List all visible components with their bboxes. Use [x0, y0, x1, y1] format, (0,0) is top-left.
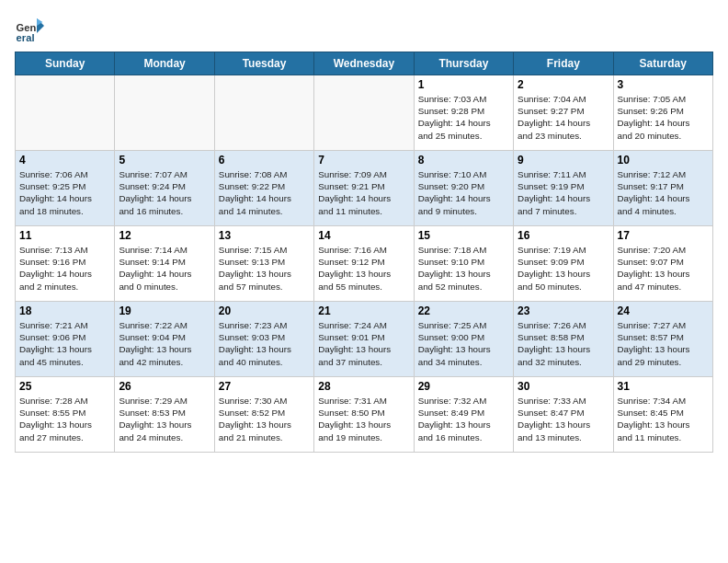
- calendar-cell: 8Sunrise: 7:10 AM Sunset: 9:20 PM Daylig…: [414, 151, 513, 226]
- calendar-header: SundayMondayTuesdayWednesdayThursdayFrid…: [16, 52, 713, 75]
- day-info: Sunrise: 7:30 AM Sunset: 8:52 PM Dayligh…: [219, 395, 310, 443]
- calendar-cell: 20Sunrise: 7:23 AM Sunset: 9:03 PM Dayli…: [214, 302, 313, 377]
- calendar-cell: 10Sunrise: 7:12 AM Sunset: 9:17 PM Dayli…: [613, 151, 712, 226]
- day-number: 4: [19, 154, 110, 167]
- day-number: 8: [418, 154, 509, 167]
- calendar-table: SundayMondayTuesdayWednesdayThursdayFrid…: [15, 52, 713, 453]
- calendar-cell: [115, 75, 214, 151]
- day-number: 7: [318, 154, 409, 167]
- calendar-cell: 30Sunrise: 7:33 AM Sunset: 8:47 PM Dayli…: [514, 377, 613, 453]
- day-info: Sunrise: 7:03 AM Sunset: 9:28 PM Dayligh…: [418, 93, 509, 142]
- day-number: 16: [518, 229, 609, 242]
- day-info: Sunrise: 7:19 AM Sunset: 9:09 PM Dayligh…: [518, 244, 609, 293]
- day-info: Sunrise: 7:18 AM Sunset: 9:10 PM Dayligh…: [418, 244, 509, 293]
- calendar-cell: 3Sunrise: 7:05 AM Sunset: 9:26 PM Daylig…: [613, 75, 712, 151]
- calendar-week-5: 25Sunrise: 7:28 AM Sunset: 8:55 PM Dayli…: [16, 377, 713, 453]
- day-number: 21: [318, 304, 409, 317]
- calendar-cell: 17Sunrise: 7:20 AM Sunset: 9:07 PM Dayli…: [613, 226, 712, 302]
- calendar-cell: 13Sunrise: 7:15 AM Sunset: 9:13 PM Dayli…: [214, 226, 313, 302]
- logo: Gen eral: [15, 15, 48, 44]
- day-info: Sunrise: 7:32 AM Sunset: 8:49 PM Dayligh…: [418, 395, 509, 443]
- day-number: 26: [119, 380, 210, 393]
- day-info: Sunrise: 7:05 AM Sunset: 9:26 PM Dayligh…: [618, 93, 709, 142]
- day-info: Sunrise: 7:15 AM Sunset: 9:13 PM Dayligh…: [219, 244, 310, 293]
- calendar-week-1: 1Sunrise: 7:03 AM Sunset: 9:28 PM Daylig…: [16, 75, 713, 151]
- day-info: Sunrise: 7:27 AM Sunset: 8:57 PM Dayligh…: [618, 319, 709, 368]
- day-number: 13: [219, 229, 310, 242]
- day-info: Sunrise: 7:34 AM Sunset: 8:45 PM Dayligh…: [618, 395, 709, 443]
- calendar-cell: 7Sunrise: 7:09 AM Sunset: 9:21 PM Daylig…: [314, 151, 414, 226]
- day-info: Sunrise: 7:29 AM Sunset: 8:53 PM Dayligh…: [119, 395, 210, 443]
- calendar-week-2: 4Sunrise: 7:06 AM Sunset: 9:25 PM Daylig…: [16, 151, 713, 226]
- calendar-cell: 23Sunrise: 7:26 AM Sunset: 8:58 PM Dayli…: [514, 302, 613, 377]
- day-number: 1: [418, 78, 509, 91]
- calendar-cell: 26Sunrise: 7:29 AM Sunset: 8:53 PM Dayli…: [115, 377, 214, 453]
- calendar-cell: 18Sunrise: 7:21 AM Sunset: 9:06 PM Dayli…: [16, 302, 115, 377]
- calendar-cell: 16Sunrise: 7:19 AM Sunset: 9:09 PM Dayli…: [514, 226, 613, 302]
- day-info: Sunrise: 7:24 AM Sunset: 9:01 PM Dayligh…: [318, 319, 409, 368]
- calendar-cell: 5Sunrise: 7:07 AM Sunset: 9:24 PM Daylig…: [115, 151, 214, 226]
- calendar-cell: 11Sunrise: 7:13 AM Sunset: 9:16 PM Dayli…: [16, 226, 115, 302]
- day-number: 6: [219, 154, 310, 167]
- day-info: Sunrise: 7:31 AM Sunset: 8:50 PM Dayligh…: [318, 395, 409, 443]
- calendar-cell: 6Sunrise: 7:08 AM Sunset: 9:22 PM Daylig…: [214, 151, 313, 226]
- day-number: 30: [518, 380, 609, 393]
- day-number: 10: [618, 154, 709, 167]
- calendar-cell: 14Sunrise: 7:16 AM Sunset: 9:12 PM Dayli…: [314, 226, 414, 302]
- svg-text:Gen: Gen: [17, 22, 37, 33]
- page-header: Gen eral: [15, 15, 713, 44]
- calendar-cell: [16, 75, 115, 151]
- weekday-sunday: Sunday: [16, 52, 115, 75]
- day-info: Sunrise: 7:25 AM Sunset: 9:00 PM Dayligh…: [418, 319, 509, 368]
- calendar-cell: 24Sunrise: 7:27 AM Sunset: 8:57 PM Dayli…: [613, 302, 712, 377]
- calendar-cell: 4Sunrise: 7:06 AM Sunset: 9:25 PM Daylig…: [16, 151, 115, 226]
- calendar-cell: 15Sunrise: 7:18 AM Sunset: 9:10 PM Dayli…: [414, 226, 513, 302]
- day-info: Sunrise: 7:10 AM Sunset: 9:20 PM Dayligh…: [418, 168, 509, 217]
- calendar-cell: 1Sunrise: 7:03 AM Sunset: 9:28 PM Daylig…: [414, 75, 513, 151]
- day-info: Sunrise: 7:26 AM Sunset: 8:58 PM Dayligh…: [518, 319, 609, 368]
- day-number: 20: [219, 304, 310, 317]
- day-info: Sunrise: 7:20 AM Sunset: 9:07 PM Dayligh…: [618, 244, 709, 293]
- day-number: 27: [219, 380, 310, 393]
- day-number: 19: [119, 304, 210, 317]
- day-number: 22: [418, 304, 509, 317]
- day-info: Sunrise: 7:16 AM Sunset: 9:12 PM Dayligh…: [318, 244, 409, 293]
- calendar-cell: 27Sunrise: 7:30 AM Sunset: 8:52 PM Dayli…: [214, 377, 313, 453]
- day-info: Sunrise: 7:22 AM Sunset: 9:04 PM Dayligh…: [119, 319, 210, 368]
- calendar-cell: 21Sunrise: 7:24 AM Sunset: 9:01 PM Dayli…: [314, 302, 414, 377]
- weekday-header-row: SundayMondayTuesdayWednesdayThursdayFrid…: [16, 52, 713, 75]
- day-info: Sunrise: 7:13 AM Sunset: 9:16 PM Dayligh…: [19, 244, 110, 293]
- calendar-cell: 9Sunrise: 7:11 AM Sunset: 9:19 PM Daylig…: [514, 151, 613, 226]
- day-number: 29: [418, 380, 509, 393]
- day-number: 5: [119, 154, 210, 167]
- day-number: 2: [518, 78, 609, 91]
- day-info: Sunrise: 7:14 AM Sunset: 9:14 PM Dayligh…: [119, 244, 210, 293]
- day-info: Sunrise: 7:33 AM Sunset: 8:47 PM Dayligh…: [518, 395, 609, 443]
- day-info: Sunrise: 7:08 AM Sunset: 9:22 PM Dayligh…: [219, 168, 310, 217]
- day-number: 15: [418, 229, 509, 242]
- day-number: 17: [618, 229, 709, 242]
- day-info: Sunrise: 7:09 AM Sunset: 9:21 PM Dayligh…: [318, 168, 409, 217]
- weekday-monday: Monday: [115, 52, 214, 75]
- day-info: Sunrise: 7:12 AM Sunset: 9:17 PM Dayligh…: [618, 168, 709, 217]
- day-info: Sunrise: 7:28 AM Sunset: 8:55 PM Dayligh…: [19, 395, 110, 443]
- day-number: 3: [618, 78, 709, 91]
- calendar-cell: 28Sunrise: 7:31 AM Sunset: 8:50 PM Dayli…: [314, 377, 414, 453]
- weekday-saturday: Saturday: [613, 52, 712, 75]
- day-number: 25: [19, 380, 110, 393]
- day-info: Sunrise: 7:07 AM Sunset: 9:24 PM Dayligh…: [119, 168, 210, 217]
- calendar-week-4: 18Sunrise: 7:21 AM Sunset: 9:06 PM Dayli…: [16, 302, 713, 377]
- calendar-cell: 12Sunrise: 7:14 AM Sunset: 9:14 PM Dayli…: [115, 226, 214, 302]
- weekday-tuesday: Tuesday: [214, 52, 313, 75]
- day-info: Sunrise: 7:21 AM Sunset: 9:06 PM Dayligh…: [19, 319, 110, 368]
- calendar-cell: 29Sunrise: 7:32 AM Sunset: 8:49 PM Dayli…: [414, 377, 513, 453]
- weekday-wednesday: Wednesday: [314, 52, 414, 75]
- day-number: 28: [318, 380, 409, 393]
- day-info: Sunrise: 7:11 AM Sunset: 9:19 PM Dayligh…: [518, 168, 609, 217]
- calendar-cell: [314, 75, 414, 151]
- day-number: 23: [518, 304, 609, 317]
- calendar-cell: 2Sunrise: 7:04 AM Sunset: 9:27 PM Daylig…: [514, 75, 613, 151]
- day-info: Sunrise: 7:23 AM Sunset: 9:03 PM Dayligh…: [219, 319, 310, 368]
- calendar-week-3: 11Sunrise: 7:13 AM Sunset: 9:16 PM Dayli…: [16, 226, 713, 302]
- calendar-cell: 25Sunrise: 7:28 AM Sunset: 8:55 PM Dayli…: [16, 377, 115, 453]
